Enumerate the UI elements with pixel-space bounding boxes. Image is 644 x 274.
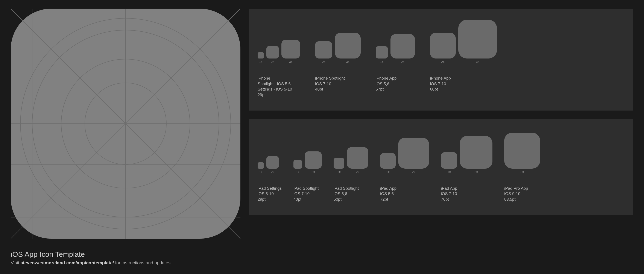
icon-size-row: 2x3x [430, 23, 497, 63]
scale-label: 1x [259, 60, 262, 63]
app-icon [347, 147, 368, 169]
scale-label: 2x [520, 170, 524, 174]
group-title: iPhone App [376, 75, 415, 81]
group-info: iPad SpotlightiOS 7-1040pt [294, 186, 322, 202]
scale-label: 2x [441, 60, 444, 63]
app-icon [390, 34, 415, 59]
icon-group-iphone-2: 1x2xiPhone AppiOS 5,657pt [376, 23, 415, 98]
group-line: 40pt [315, 86, 361, 92]
icon-variant: 2x [460, 136, 492, 174]
app-icon [398, 138, 429, 169]
group-line: 29pt [258, 92, 300, 98]
group-title: iPad Spotlight [334, 186, 368, 191]
icon-variant: 2x [315, 41, 332, 63]
icon-size-row: 2x3x [315, 23, 361, 63]
group-info: iPhone AppiOS 7-1060pt [430, 75, 497, 92]
group-line: iOS 7-10 [294, 191, 322, 197]
icon-group-ipad-0: 1x2xiPad SettingsiOS 5-1029pt [258, 133, 282, 202]
icon-variant: 3x [335, 33, 361, 63]
app-icon [458, 20, 497, 59]
app-icon [282, 40, 300, 59]
app-icon [258, 52, 264, 59]
scale-label: 2x [312, 170, 315, 174]
footer: iOS App Icon Template Visit stevenwestmo… [11, 250, 172, 265]
group-info: iPad SpotlightiOS 5,650pt [334, 186, 368, 202]
scale-label: 1x [259, 170, 262, 174]
icon-variant: 1x [334, 158, 344, 174]
scale-label: 1x [447, 170, 451, 174]
app-icon [430, 33, 456, 59]
group-title: iPad App [441, 186, 492, 191]
group-info: iPhoneSpotlight - iOS 5,6Settings - iOS … [258, 75, 300, 98]
icon-variant: 2x [266, 46, 279, 63]
icon-group-ipad-5: 2xiPad Pro AppiOS 9-1083.5pt [504, 133, 540, 202]
app-icon [315, 41, 332, 59]
app-icon [294, 160, 302, 169]
footer-subtitle: Visit stevenwestmoreland.com/appicontemp… [11, 260, 172, 265]
icon-size-row: 1x2x [334, 133, 368, 174]
iphone-panel: 1x2x3xiPhoneSpotlight - iOS 5,6Settings … [249, 9, 633, 110]
icon-size-row: 2x [504, 133, 540, 174]
icon-size-row: 1x2x [258, 133, 282, 174]
group-line: 83.5pt [504, 197, 540, 202]
scale-label: 2x [412, 170, 416, 174]
scale-label: 2x [271, 60, 274, 63]
group-line: Settings - iOS 5-10 [258, 86, 300, 92]
group-line: 40pt [294, 197, 322, 202]
icon-size-row: 1x2x [441, 133, 492, 174]
footer-url[interactable]: stevenwestmoreland.com/appicontemplate/ [20, 260, 114, 265]
group-line: Spotlight - iOS 5,6 [258, 81, 300, 87]
group-info: iPad Pro AppiOS 9-1083.5pt [504, 186, 540, 202]
app-icon [334, 158, 344, 169]
group-line: iOS 9-10 [504, 191, 540, 197]
icon-group-ipad-2: 1x2xiPad SpotlightiOS 5,650pt [334, 133, 368, 202]
large-icon-template [11, 9, 240, 239]
icon-variant: 1x [294, 160, 302, 174]
group-title: iPad Pro App [504, 186, 540, 191]
icon-variant: 2x [504, 133, 540, 174]
group-info: iPhone SpotlightiOS 7-1040pt [315, 75, 361, 92]
group-info: iPad AppiOS 5,672pt [380, 186, 429, 202]
app-icon [504, 133, 540, 169]
scale-label: 1x [337, 170, 341, 174]
ipad-panel: 1x2xiPad SettingsiOS 5-1029pt1x2xiPad Sp… [249, 119, 633, 215]
scale-label: 3x [289, 60, 292, 63]
scale-label: 2x [356, 170, 359, 174]
group-line: iOS 7-10 [315, 81, 361, 87]
icon-variant: 1x [258, 162, 264, 174]
icon-variant: 3x [458, 20, 497, 63]
scale-label: 2x [271, 170, 274, 174]
app-icon [380, 153, 396, 169]
group-line: iOS 7-10 [441, 191, 492, 197]
group-line: 29pt [258, 197, 282, 202]
group-line: 72pt [380, 197, 429, 202]
app-icon [441, 152, 457, 169]
scale-label: 1x [296, 170, 300, 174]
group-line: iOS 5,6 [376, 81, 415, 87]
group-title: iPhone [258, 75, 300, 81]
icon-group-ipad-3: 1x2xiPad AppiOS 5,672pt [380, 133, 429, 202]
icon-variant: 2x [430, 33, 456, 63]
group-line: 50pt [334, 197, 368, 202]
icon-group-ipad-1: 1x2xiPad SpotlightiOS 7-1040pt [294, 133, 322, 202]
icon-variant: 2x [347, 147, 368, 174]
icon-variant: 1x [258, 52, 264, 63]
icon-variant: 3x [282, 40, 300, 63]
icon-variant: 2x [398, 138, 429, 174]
group-line: 76pt [441, 197, 492, 202]
icon-group-iphone-3: 2x3xiPhone AppiOS 7-1060pt [430, 23, 497, 98]
app-icon [460, 136, 492, 169]
group-line: iOS 5-10 [258, 191, 282, 197]
icon-group-iphone-0: 1x2x3xiPhoneSpotlight - iOS 5,6Settings … [258, 23, 300, 98]
icon-variant: 1x [441, 152, 457, 174]
icon-variant: 2x [390, 34, 415, 63]
app-icon [335, 33, 361, 59]
app-icon [266, 46, 279, 59]
icon-group-ipad-4: 1x2xiPad AppiOS 7-1076pt [441, 133, 492, 202]
icon-size-row: 1x2x [294, 133, 322, 174]
scale-label: 3x [476, 60, 479, 63]
icon-group-iphone-1: 2x3xiPhone SpotlightiOS 7-1040pt [315, 23, 361, 98]
group-info: iPad AppiOS 7-1076pt [441, 186, 492, 202]
app-icon [258, 162, 264, 169]
group-title: iPad App [380, 186, 429, 191]
